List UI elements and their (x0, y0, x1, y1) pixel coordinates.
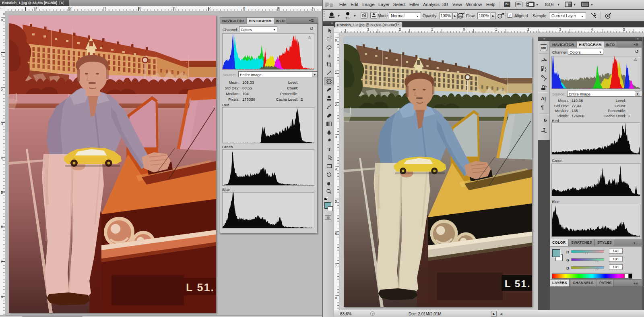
svg-text:T: T (327, 146, 331, 152)
